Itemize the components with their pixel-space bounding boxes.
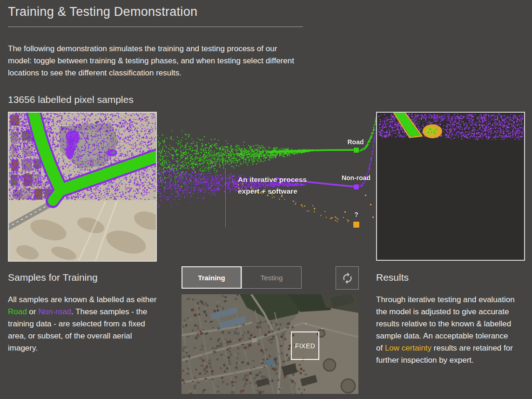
annotation-line-1: An iterative process: [238, 174, 307, 185]
uncertain-marker: [353, 222, 359, 228]
road-label: Road: [341, 138, 370, 146]
road-marker: [354, 148, 359, 153]
samples-count-heading: 13656 labelled pixel samples: [8, 94, 134, 105]
training-description: All samples are known & labelled as eith…: [8, 294, 163, 354]
iterative-process-annotation: An iterative process expert + software: [238, 174, 307, 197]
training-samples-canvas: [9, 113, 156, 261]
intro-text: The following demonstration simulates th…: [8, 43, 295, 79]
refresh-button[interactable]: [336, 266, 359, 290]
samples-for-training-heading: Samples for Training: [8, 272, 98, 283]
annotation-line-2: expert + software: [238, 185, 307, 197]
phase-toggle: Training Testing: [182, 266, 302, 289]
results-heading: Results: [376, 272, 409, 283]
uncertain-label: ?: [349, 211, 364, 218]
page-title: Training & Testing Demonstration: [8, 5, 197, 19]
page: Training & Testing Demonstration The fol…: [0, 0, 532, 399]
nonroad-marker: [354, 184, 359, 189]
title-divider: [8, 27, 303, 27]
nonroad-label: Non-road: [337, 174, 375, 182]
results-image: [376, 112, 525, 261]
fixed-area-label: FIXED: [295, 342, 316, 350]
training-tab[interactable]: Training: [182, 266, 242, 289]
phase-divider-dotted-line: [225, 168, 226, 227]
results-description: Through iterative testing and evaluation…: [376, 294, 516, 366]
location-map[interactable]: [182, 294, 358, 394]
sync-icon: [341, 272, 354, 284]
fixed-area-box: FIXED: [291, 331, 319, 360]
testing-tab[interactable]: Testing: [242, 266, 302, 289]
results-canvas: [377, 113, 524, 260]
training-samples-image: [8, 112, 157, 262]
